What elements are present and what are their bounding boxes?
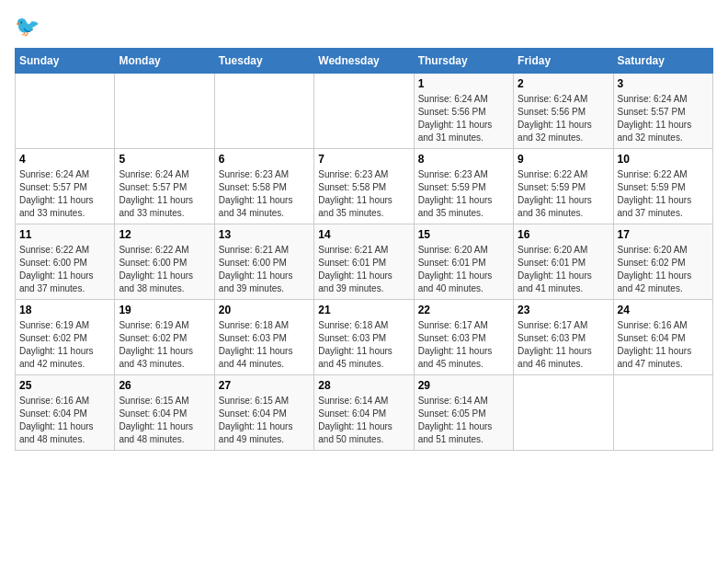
calendar-cell: 1Sunrise: 6:24 AM Sunset: 5:56 PM Daylig… xyxy=(414,74,513,149)
calendar-cell: 7Sunrise: 6:23 AM Sunset: 5:58 PM Daylig… xyxy=(314,149,414,224)
calendar-cell: 17Sunrise: 6:20 AM Sunset: 6:02 PM Dayli… xyxy=(613,224,712,300)
calendar-cell: 10Sunrise: 6:22 AM Sunset: 5:59 PM Dayli… xyxy=(613,149,712,224)
calendar-day-header: Friday xyxy=(514,49,613,74)
calendar-cell: 8Sunrise: 6:23 AM Sunset: 5:59 PM Daylig… xyxy=(414,149,513,224)
calendar-cell: 19Sunrise: 6:19 AM Sunset: 6:02 PM Dayli… xyxy=(115,300,214,375)
calendar-cell: 5Sunrise: 6:24 AM Sunset: 5:57 PM Daylig… xyxy=(115,149,214,224)
day-info: Sunrise: 6:16 AM Sunset: 6:04 PM Dayligh… xyxy=(618,319,709,371)
calendar-header-row: SundayMondayTuesdayWednesdayThursdayFrid… xyxy=(16,49,713,74)
day-info: Sunrise: 6:23 AM Sunset: 5:58 PM Dayligh… xyxy=(318,168,409,220)
calendar-week-row: 18Sunrise: 6:19 AM Sunset: 6:02 PM Dayli… xyxy=(16,300,713,375)
calendar-cell: 4Sunrise: 6:24 AM Sunset: 5:57 PM Daylig… xyxy=(16,149,115,224)
calendar-cell: 9Sunrise: 6:22 AM Sunset: 5:59 PM Daylig… xyxy=(514,149,613,224)
day-info: Sunrise: 6:21 AM Sunset: 6:00 PM Dayligh… xyxy=(219,244,310,295)
calendar-week-row: 25Sunrise: 6:16 AM Sunset: 6:04 PM Dayli… xyxy=(16,375,713,451)
day-number: 25 xyxy=(19,379,110,392)
calendar-cell: 6Sunrise: 6:23 AM Sunset: 5:58 PM Daylig… xyxy=(214,149,313,224)
day-number: 2 xyxy=(518,77,609,90)
day-info: Sunrise: 6:14 AM Sunset: 6:04 PM Dayligh… xyxy=(318,395,409,446)
day-info: Sunrise: 6:22 AM Sunset: 5:59 PM Dayligh… xyxy=(618,168,709,220)
day-number: 1 xyxy=(418,77,509,90)
calendar-cell: 21Sunrise: 6:18 AM Sunset: 6:03 PM Dayli… xyxy=(314,300,414,375)
calendar-cell xyxy=(16,74,115,149)
calendar-cell: 26Sunrise: 6:15 AM Sunset: 6:04 PM Dayli… xyxy=(115,375,214,451)
day-number: 20 xyxy=(219,304,310,316)
calendar-table: SundayMondayTuesdayWednesdayThursdayFrid… xyxy=(15,48,713,451)
calendar-cell: 13Sunrise: 6:21 AM Sunset: 6:00 PM Dayli… xyxy=(214,224,313,300)
calendar-cell: 12Sunrise: 6:22 AM Sunset: 6:00 PM Dayli… xyxy=(115,224,214,300)
calendar-week-row: 11Sunrise: 6:22 AM Sunset: 6:00 PM Dayli… xyxy=(16,224,713,300)
calendar-day-header: Saturday xyxy=(613,49,712,74)
day-info: Sunrise: 6:24 AM Sunset: 5:57 PM Dayligh… xyxy=(19,168,110,220)
calendar-day-header: Monday xyxy=(115,49,214,74)
day-info: Sunrise: 6:23 AM Sunset: 5:59 PM Dayligh… xyxy=(418,168,509,220)
day-info: Sunrise: 6:18 AM Sunset: 6:03 PM Dayligh… xyxy=(318,319,409,371)
calendar-cell: 3Sunrise: 6:24 AM Sunset: 5:57 PM Daylig… xyxy=(613,74,712,149)
calendar-cell xyxy=(115,74,214,149)
day-info: Sunrise: 6:19 AM Sunset: 6:02 PM Dayligh… xyxy=(119,319,210,371)
day-number: 15 xyxy=(418,228,509,241)
day-info: Sunrise: 6:24 AM Sunset: 5:56 PM Dayligh… xyxy=(418,93,509,144)
day-info: Sunrise: 6:15 AM Sunset: 6:04 PM Dayligh… xyxy=(119,395,210,446)
day-info: Sunrise: 6:22 AM Sunset: 5:59 PM Dayligh… xyxy=(518,168,609,220)
day-number: 13 xyxy=(219,228,310,241)
day-info: Sunrise: 6:24 AM Sunset: 5:57 PM Dayligh… xyxy=(618,93,709,144)
day-number: 27 xyxy=(219,379,310,392)
calendar-week-row: 4Sunrise: 6:24 AM Sunset: 5:57 PM Daylig… xyxy=(16,149,713,224)
day-info: Sunrise: 6:22 AM Sunset: 6:00 PM Dayligh… xyxy=(119,244,210,295)
calendar-cell: 24Sunrise: 6:16 AM Sunset: 6:04 PM Dayli… xyxy=(613,300,712,375)
day-info: Sunrise: 6:17 AM Sunset: 6:03 PM Dayligh… xyxy=(518,319,609,371)
day-number: 9 xyxy=(518,153,609,166)
calendar-day-header: Sunday xyxy=(16,49,115,74)
calendar-cell: 14Sunrise: 6:21 AM Sunset: 6:01 PM Dayli… xyxy=(314,224,414,300)
day-number: 14 xyxy=(318,228,409,241)
day-number: 26 xyxy=(119,379,210,392)
day-info: Sunrise: 6:22 AM Sunset: 6:00 PM Dayligh… xyxy=(19,244,110,295)
calendar-day-header: Tuesday xyxy=(214,49,313,74)
page-header: 🐦 xyxy=(15,15,713,39)
day-info: Sunrise: 6:24 AM Sunset: 5:56 PM Dayligh… xyxy=(518,93,609,144)
calendar-cell xyxy=(514,375,613,451)
day-info: Sunrise: 6:23 AM Sunset: 5:58 PM Dayligh… xyxy=(219,168,310,220)
calendar-cell xyxy=(314,74,414,149)
calendar-cell xyxy=(214,74,313,149)
day-info: Sunrise: 6:16 AM Sunset: 6:04 PM Dayligh… xyxy=(19,395,110,446)
calendar-cell: 15Sunrise: 6:20 AM Sunset: 6:01 PM Dayli… xyxy=(414,224,513,300)
calendar-cell: 28Sunrise: 6:14 AM Sunset: 6:04 PM Dayli… xyxy=(314,375,414,451)
calendar-week-row: 1Sunrise: 6:24 AM Sunset: 5:56 PM Daylig… xyxy=(16,74,713,149)
day-info: Sunrise: 6:20 AM Sunset: 6:01 PM Dayligh… xyxy=(518,244,609,295)
day-number: 10 xyxy=(618,153,709,166)
day-info: Sunrise: 6:14 AM Sunset: 6:05 PM Dayligh… xyxy=(418,395,509,446)
day-number: 17 xyxy=(618,228,709,241)
calendar-cell: 23Sunrise: 6:17 AM Sunset: 6:03 PM Dayli… xyxy=(514,300,613,375)
day-number: 5 xyxy=(119,153,210,166)
logo: 🐦 xyxy=(15,15,40,39)
day-number: 3 xyxy=(618,77,709,90)
day-number: 19 xyxy=(119,304,210,316)
day-number: 21 xyxy=(318,304,409,316)
day-info: Sunrise: 6:18 AM Sunset: 6:03 PM Dayligh… xyxy=(219,319,310,371)
calendar-cell: 22Sunrise: 6:17 AM Sunset: 6:03 PM Dayli… xyxy=(414,300,513,375)
calendar-cell: 27Sunrise: 6:15 AM Sunset: 6:04 PM Dayli… xyxy=(214,375,313,451)
day-info: Sunrise: 6:19 AM Sunset: 6:02 PM Dayligh… xyxy=(19,319,110,371)
day-number: 7 xyxy=(318,153,409,166)
calendar-cell: 25Sunrise: 6:16 AM Sunset: 6:04 PM Dayli… xyxy=(16,375,115,451)
logo-bird-icon: 🐦 xyxy=(15,15,40,38)
day-number: 16 xyxy=(518,228,609,241)
calendar-cell: 18Sunrise: 6:19 AM Sunset: 6:02 PM Dayli… xyxy=(16,300,115,375)
calendar-cell: 29Sunrise: 6:14 AM Sunset: 6:05 PM Dayli… xyxy=(414,375,513,451)
calendar-day-header: Thursday xyxy=(414,49,513,74)
day-number: 23 xyxy=(518,304,609,316)
calendar-day-header: Wednesday xyxy=(314,49,414,74)
day-number: 8 xyxy=(418,153,509,166)
day-number: 6 xyxy=(219,153,310,166)
day-number: 18 xyxy=(19,304,110,316)
calendar-cell: 16Sunrise: 6:20 AM Sunset: 6:01 PM Dayli… xyxy=(514,224,613,300)
day-info: Sunrise: 6:21 AM Sunset: 6:01 PM Dayligh… xyxy=(318,244,409,295)
day-number: 28 xyxy=(318,379,409,392)
calendar-cell: 20Sunrise: 6:18 AM Sunset: 6:03 PM Dayli… xyxy=(214,300,313,375)
day-info: Sunrise: 6:17 AM Sunset: 6:03 PM Dayligh… xyxy=(418,319,509,371)
day-info: Sunrise: 6:20 AM Sunset: 6:01 PM Dayligh… xyxy=(418,244,509,295)
day-number: 29 xyxy=(418,379,509,392)
day-info: Sunrise: 6:24 AM Sunset: 5:57 PM Dayligh… xyxy=(119,168,210,220)
